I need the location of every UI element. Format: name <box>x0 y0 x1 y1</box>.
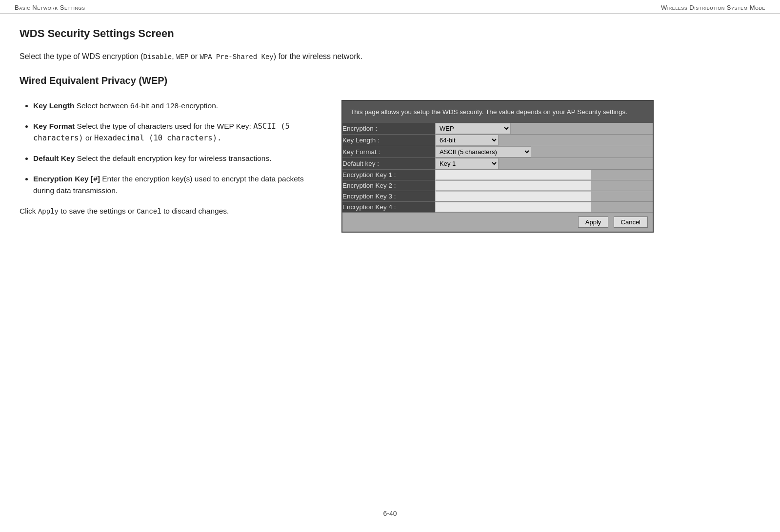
select-3[interactable]: Key 1Key 2Key 3Key 4 <box>435 158 499 169</box>
bullet-text-key-length: Select between 64-bit and 128-encryption… <box>77 101 218 110</box>
code-apply: Apply <box>38 208 59 216</box>
intro-mid1: , <box>172 52 176 60</box>
page-number: 6-40 <box>383 510 397 517</box>
intro-text: Select the type of WDS encryption (Disab… <box>20 51 760 62</box>
row-value-0[interactable]: DisableWEPWPA Pre-Shared Key <box>435 123 653 135</box>
list-item: Key Length Select between 64-bit and 128… <box>33 100 322 112</box>
select-1[interactable]: 64-bit128-bit <box>435 135 499 146</box>
router-panel: This page allows you setup the WDS secur… <box>341 100 654 233</box>
select-0[interactable]: DisableWEPWPA Pre-Shared Key <box>435 123 511 134</box>
click-mid: to save the settings or <box>59 207 137 215</box>
main-content: WDS Security Settings Screen Select the … <box>0 14 780 252</box>
router-table-row: Encryption Key 4 : <box>342 201 653 212</box>
input-4[interactable] <box>435 170 591 180</box>
bullet-label-enc-key: Encryption Key [#] <box>33 175 100 183</box>
row-value-3[interactable]: Key 1Key 2Key 3Key 4 <box>435 158 653 169</box>
row-value-6[interactable] <box>435 191 653 201</box>
router-table-row: Encryption Key 3 : <box>342 191 653 201</box>
row-label-5: Encryption Key 2 : <box>342 180 435 191</box>
router-table: Encryption :DisableWEPWPA Pre-Shared Key… <box>342 123 653 213</box>
row-value-4[interactable] <box>435 169 653 180</box>
header-right: Wireless Distribution System Mode <box>661 4 765 11</box>
select-2[interactable]: ASCII (5 characters)Hexadecimal (10 char… <box>435 146 531 158</box>
router-table-row: Key Format :ASCII (5 characters)Hexadeci… <box>342 146 653 158</box>
bullet-label-key-format: Key Format <box>33 122 75 130</box>
two-column-layout: Key Length Select between 64-bit and 128… <box>20 100 760 233</box>
section-title: Wired Equivalent Privacy (WEP) <box>20 75 760 86</box>
intro-after: ) for the wireless network. <box>274 52 362 60</box>
row-label-3: Default key : <box>342 158 435 169</box>
bullet-list: Key Length Select between 64-bit and 128… <box>20 100 322 197</box>
list-item: Default Key Select the default encryptio… <box>33 153 322 164</box>
row-value-2[interactable]: ASCII (5 characters)Hexadecimal (10 char… <box>435 146 653 158</box>
router-table-row: Encryption :DisableWEPWPA Pre-Shared Key <box>342 123 653 135</box>
row-value-1[interactable]: 64-bit128-bit <box>435 134 653 146</box>
intro-before: Select the type of WDS encryption ( <box>20 52 143 60</box>
code-wep: WEP <box>176 53 188 61</box>
row-label-1: Key Length : <box>342 134 435 146</box>
row-value-5[interactable] <box>435 180 653 191</box>
row-label-2: Key Format : <box>342 146 435 158</box>
router-panel-wrapper: This page allows you setup the WDS secur… <box>341 100 654 233</box>
intro-mid2: or <box>188 52 200 60</box>
page-title: WDS Security Settings Screen <box>20 27 760 40</box>
input-6[interactable] <box>435 191 591 201</box>
click-note: Click Apply to save the settings or Canc… <box>20 205 322 217</box>
click-after: to discard changes. <box>161 207 229 215</box>
router-table-row: Encryption Key 2 : <box>342 180 653 191</box>
code-wpa: WPA Pre-Shared Key <box>200 53 274 61</box>
list-item: Encryption Key [#] Enter the encryption … <box>33 173 322 197</box>
button-row: Apply Cancel <box>342 213 653 232</box>
page-footer: 6-40 <box>383 510 397 517</box>
list-item: Key Format Select the type of characters… <box>33 120 322 144</box>
row-label-4: Encryption Key 1 : <box>342 169 435 180</box>
header-left: Basic Network Settings <box>15 4 85 11</box>
click-before: Click <box>20 207 38 215</box>
row-label-0: Encryption : <box>342 123 435 135</box>
input-5[interactable] <box>435 180 591 191</box>
code-cancel: Cancel <box>137 208 161 216</box>
left-column: Key Length Select between 64-bit and 128… <box>20 100 322 217</box>
router-table-row: Encryption Key 1 : <box>342 169 653 180</box>
row-label-7: Encryption Key 4 : <box>342 201 435 212</box>
input-7[interactable] <box>435 202 591 212</box>
bullet-label-default-key: Default Key <box>33 154 75 162</box>
page-header: Basic Network Settings Wireless Distribu… <box>0 0 780 14</box>
bullet-text-default-key: Select the default encryption key for wi… <box>77 154 272 162</box>
code-disable: Disable <box>143 53 172 61</box>
router-table-row: Default key :Key 1Key 2Key 3Key 4 <box>342 158 653 169</box>
apply-button[interactable]: Apply <box>578 217 609 228</box>
row-label-6: Encryption Key 3 : <box>342 191 435 201</box>
router-table-row: Key Length :64-bit128-bit <box>342 134 653 146</box>
bullet-label-key-length: Key Length <box>33 101 74 110</box>
row-value-7[interactable] <box>435 201 653 212</box>
cancel-button[interactable]: Cancel <box>614 217 648 228</box>
panel-description: This page allows you setup the WDS secur… <box>342 101 653 123</box>
